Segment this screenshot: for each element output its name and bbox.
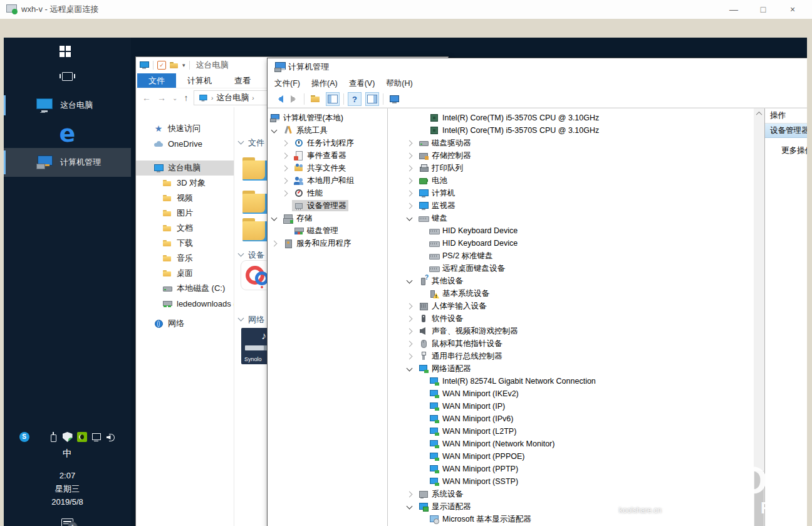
device-tree-row[interactable]: 磁盘驱动器 [403,137,754,149]
menu-item-操作(A)[interactable]: 操作(A) [306,76,343,91]
tree-item-group[interactable]: HID Keyboard Device [427,225,519,236]
sidebar-item-lededownloads (\[interactable]: lededownloads (\ [136,296,234,311]
tree-item-group[interactable]: 计算机管理(本地) [268,112,345,124]
expand-chevron-icon[interactable] [407,303,413,310]
onedrive-tray-icon[interactable] [34,432,44,442]
start-button[interactable] [4,44,131,64]
tree-item-group[interactable]: 声音、视频和游戏控制器 [417,325,520,337]
tree-item-group[interactable]: WAN Miniport (IKEv2) [427,388,521,399]
tree-item-group[interactable]: WAN Miniport (SSTP) [427,476,520,487]
tree-item-group[interactable]: 磁盘驱动器 [417,137,473,149]
tree-item-group[interactable]: 存储控制器 [417,150,473,161]
maximize-button[interactable]: □ [749,0,778,19]
tree-item-group[interactable]: 计算机 [417,187,457,199]
console-tree-row[interactable]: 服务和应用程序 [268,237,387,250]
device-tree-row[interactable]: WAN Miniport (L2TP) [403,425,754,438]
tree-item-group[interactable]: 存储 [281,213,314,224]
tree-item-group[interactable]: 性能 [292,187,325,199]
display-tray-icon[interactable] [91,432,102,442]
expand-chevron-icon[interactable] [271,241,278,247]
menu-item-查看(V)[interactable]: 查看(V) [343,76,381,91]
collapse-chevron-icon[interactable] [271,127,278,134]
sidebar-item-视频[interactable]: 视频 [136,191,234,206]
more-actions-item[interactable]: 更多操作 [765,143,807,158]
expand-chevron-icon[interactable] [407,329,413,335]
sidebar-item-这台电脑[interactable]: 这台电脑 [136,160,234,176]
collapse-chevron-icon[interactable] [407,503,413,510]
taskbar-item-这台电脑[interactable]: 这台电脑 [4,93,131,118]
device-view-button[interactable] [387,92,401,106]
task-view-button[interactable] [4,68,131,85]
tree-item-group[interactable]: 鼠标和其他指针设备 [417,338,504,349]
device-tree-row[interactable]: 人体学输入设备 [403,300,754,312]
actions-selected-item[interactable]: 设备管理器 [765,124,807,138]
close-button[interactable]: × [778,0,807,19]
tree-item-group[interactable]: 网络适配器 [417,363,473,374]
expand-chevron-icon[interactable] [282,140,288,147]
device-tree-row[interactable]: 电池 [403,174,754,187]
console-tree-row[interactable]: 计算机管理(本地) [268,112,387,124]
scrollbar-thumb[interactable] [754,471,764,526]
sidebar-item-OneDrive[interactable]: OneDrive [136,136,234,151]
sidebar-item-网络[interactable]: 网络 [136,316,234,331]
device-tree-row[interactable]: WAN Miniport (SSTP) [403,475,754,488]
device-tree-row[interactable]: 其他设备 [403,275,754,287]
tree-item-group[interactable]: WAN Miniport (IP) [427,401,507,412]
console-tree-row[interactable]: 共享文件夹 [268,162,387,174]
breadcrumb[interactable]: 这台电脑 [216,92,249,103]
tree-item-group[interactable]: 基本系统设备 [427,288,491,299]
back-icon[interactable]: ← [142,93,151,103]
section-header-devices[interactable]: 设备 [239,250,264,261]
device-tree-row[interactable]: 鼠标和其他指针设备 [403,337,754,350]
history-dropdown-icon[interactable]: ⌄ [172,95,177,102]
device-tree-row[interactable]: 远程桌面键盘设备 [403,262,754,275]
action-center-button[interactable]: 1 [4,513,131,526]
console-tree-row[interactable]: 性能 [268,187,387,199]
tree-item-group[interactable]: 监视器 [417,200,457,211]
sidebar-item-桌面[interactable]: 桌面 [136,266,234,281]
expand-chevron-icon[interactable] [282,191,288,197]
baidu-netdisk-tile[interactable] [241,261,270,290]
tree-item-group[interactable]: 软件设备 [417,313,465,324]
tree-item-group[interactable]: 事件查看器 [292,150,348,161]
tree-item-group[interactable]: 设备管理器 [292,200,348,211]
checkbox-icon[interactable]: ✓ [157,61,166,70]
device-tree-row[interactable]: Microsoft 基本显示适配器 [403,513,754,525]
tree-item-group[interactable]: 电池 [417,175,449,186]
tree-item-group[interactable]: WAN Miniport (L2TP) [427,426,518,437]
sidebar-item-3D 对象[interactable]: 3D 对象 [136,176,234,191]
tab-查看[interactable]: 查看 [223,73,262,88]
tree-item-group[interactable]: WAN Miniport (PPTP) [427,463,520,475]
collapse-chevron-icon[interactable] [407,215,413,221]
show-action-pane-button[interactable] [365,92,379,106]
sidebar-item-音乐[interactable]: 音乐 [136,251,234,266]
sidebar-item-本地磁盘 (C:)[interactable]: 本地磁盘 (C:) [136,281,234,296]
device-tree-row[interactable]: 基本系统设备 [403,287,754,300]
expand-chevron-icon[interactable] [407,492,413,498]
device-tree-row[interactable]: PS/2 标准键盘 [403,250,754,262]
expand-chevron-icon[interactable] [407,178,413,184]
defender-tray-icon[interactable] [63,432,73,442]
tree-item-group[interactable]: 键盘 [417,213,449,224]
device-tree-row[interactable]: HID Keyboard Device [403,224,754,237]
section-header-folders[interactable]: 文件 [239,137,264,149]
section-header-network[interactable]: 网络 [239,314,264,325]
tree-item-group[interactable]: WAN Miniport (PPPOE) [427,451,527,462]
device-tree-row[interactable]: 存储控制器 [403,149,754,162]
tree-item-group[interactable]: 打印队列 [417,162,465,174]
tree-item-group[interactable]: HID Keyboard Device [427,238,519,249]
back-icon[interactable] [274,95,285,103]
expand-chevron-icon[interactable] [407,153,413,159]
tab-计算机[interactable]: 计算机 [176,73,223,88]
device-tree-row[interactable]: WAN Miniport (IPv6) [403,413,754,425]
device-tree-row[interactable]: 显示适配器 [403,500,754,513]
tree-item-group[interactable]: Intel(R) 82574L Gigabit Network Connecti… [427,376,598,387]
tree-item-group[interactable]: Intel(R) Core(TM) i5-3570S CPU @ 3.10GHz [427,112,601,124]
console-tree-row[interactable]: 存储 [268,212,387,224]
device-tree-row[interactable]: Intel(R) Core(TM) i5-3570S CPU @ 3.10GHz [403,112,754,124]
console-tree-row[interactable]: 本地用户和组 [268,174,387,187]
tree-item-group[interactable]: 人体学输入设备 [417,300,489,312]
expand-chevron-icon[interactable] [407,354,413,360]
scroll-up-button[interactable] [754,108,764,119]
tree-item-group[interactable]: 服务和应用程序 [281,238,353,249]
